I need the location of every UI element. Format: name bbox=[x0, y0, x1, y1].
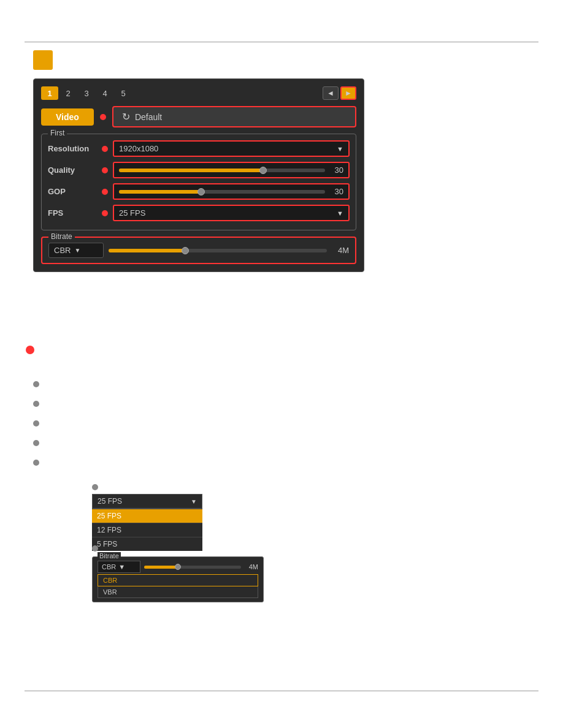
bitrate-illustration-slider[interactable] bbox=[144, 566, 241, 569]
gop-label: GOP bbox=[48, 187, 97, 196]
quality-indicator-dot bbox=[102, 167, 108, 173]
bullet-dot-3 bbox=[33, 420, 39, 427]
fps-dropdown-arrow: ▼ bbox=[337, 210, 343, 217]
settings-panel: 1 2 3 4 5 ◄ ► Video ↻ Default bbox=[33, 78, 364, 272]
quality-slider-thumb[interactable] bbox=[259, 167, 267, 174]
bullet-list bbox=[33, 379, 340, 477]
fps-dropdown-illustration: 25 FPS ▼ 25 FPS 12 FPS 5 FPS bbox=[92, 494, 202, 551]
fps-option-12[interactable]: 12 FPS bbox=[92, 523, 202, 537]
tab-1[interactable]: 1 bbox=[41, 86, 58, 100]
bitrate-illustration-thumb[interactable] bbox=[175, 564, 181, 570]
video-indicator-dot bbox=[100, 114, 106, 120]
bitrate-mode-arrow: ▼ bbox=[118, 563, 125, 571]
bullet-item-4 bbox=[33, 438, 340, 446]
fps-row: FPS 25 FPS ▼ bbox=[48, 205, 350, 221]
bitrate-dropdown-illustration: Bitrate CBR ▼ 4M CBR VBR bbox=[92, 556, 264, 602]
bullet-item-1 bbox=[33, 379, 340, 387]
resolution-indicator-dot bbox=[102, 146, 108, 152]
resolution-select[interactable]: 1920x1080 ▼ bbox=[113, 140, 350, 157]
bitrate-slider-fill bbox=[109, 249, 185, 252]
bullet-dot-6 bbox=[92, 484, 98, 490]
fps-indicator-dot bbox=[102, 210, 108, 216]
bitrate-illustration-fill bbox=[144, 566, 178, 569]
fps-dropdown-header[interactable]: 25 FPS ▼ bbox=[92, 494, 202, 509]
gop-slider-thumb[interactable] bbox=[197, 188, 205, 195]
quality-value: 30 bbox=[330, 165, 343, 175]
tab-3[interactable]: 3 bbox=[78, 86, 95, 100]
bottom-divider bbox=[25, 691, 538, 691]
mode-row: Video ↻ Default bbox=[41, 106, 356, 127]
gop-slider-fill bbox=[119, 190, 201, 194]
resolution-row: Resolution 1920x1080 ▼ bbox=[48, 140, 350, 157]
quality-slider-container[interactable]: 30 bbox=[113, 162, 350, 178]
bullet-item-2 bbox=[33, 398, 340, 407]
bitrate-vbr-option[interactable]: VBR bbox=[98, 586, 258, 598]
gop-slider-track bbox=[119, 190, 325, 194]
bullet-item-3 bbox=[33, 418, 340, 427]
bitrate-section-dot bbox=[26, 346, 34, 354]
gop-indicator-dot bbox=[102, 189, 108, 195]
fps-option-5[interactable]: 5 FPS bbox=[92, 537, 202, 551]
bitrate-slider-track[interactable] bbox=[109, 249, 327, 252]
bullet-item-5 bbox=[33, 457, 340, 466]
bitrate-mode-select[interactable]: CBR ▼ bbox=[48, 243, 104, 258]
first-group: First Resolution 1920x1080 ▼ Quality 30 bbox=[41, 134, 356, 230]
bitrate-value: 4M bbox=[332, 246, 349, 255]
tab-5[interactable]: 5 bbox=[115, 86, 132, 100]
bitrate-group: Bitrate CBR ▼ 4M bbox=[41, 237, 356, 264]
gop-value: 30 bbox=[330, 187, 343, 196]
bitrate-dropdown-arrow: ▼ bbox=[74, 247, 80, 254]
tab-2[interactable]: 2 bbox=[59, 86, 77, 100]
bullet-dot-1 bbox=[33, 381, 39, 387]
bullet-dot-7 bbox=[92, 545, 98, 552]
bitrate-illustration-group: Bitrate CBR ▼ 4M CBR VBR bbox=[92, 556, 264, 602]
nav-prev-button[interactable]: ◄ bbox=[323, 86, 339, 100]
fps-option-25[interactable]: 25 FPS bbox=[92, 509, 202, 523]
quality-label: Quality bbox=[48, 165, 97, 175]
bullet-dot-4 bbox=[33, 440, 39, 446]
bitrate-row: CBR ▼ 4M bbox=[48, 243, 349, 258]
fps-select[interactable]: 25 FPS ▼ bbox=[113, 205, 350, 221]
bitrate-illustration-value: 4M bbox=[245, 563, 258, 571]
fps-label: FPS bbox=[48, 208, 97, 218]
first-group-label: First bbox=[48, 129, 67, 137]
fps-arrow-icon: ▼ bbox=[191, 498, 197, 505]
bitrate-slider-thumb[interactable] bbox=[182, 247, 189, 254]
quality-row: Quality 30 bbox=[48, 162, 350, 178]
bitrate-cbr-option[interactable]: CBR bbox=[98, 574, 258, 586]
bitrate-dropdown-items: CBR VBR bbox=[98, 574, 258, 598]
resolution-dropdown-arrow: ▼ bbox=[337, 145, 343, 153]
tab-bar: 1 2 3 4 5 ◄ ► bbox=[41, 86, 356, 100]
bullet-dot-5 bbox=[33, 460, 39, 466]
bitrate-mode-text: CBR bbox=[102, 563, 116, 571]
video-button[interactable]: Video bbox=[41, 108, 94, 126]
default-button[interactable]: ↻ Default bbox=[112, 106, 356, 127]
bullet-dot-2 bbox=[33, 401, 39, 407]
gop-row: GOP 30 bbox=[48, 183, 350, 200]
bitrate-illustration-label: Bitrate bbox=[98, 552, 121, 559]
top-divider bbox=[25, 42, 538, 42]
bitrate-illustration-row: CBR ▼ 4M bbox=[98, 561, 258, 573]
bitrate-group-label: Bitrate bbox=[48, 232, 75, 241]
refresh-icon: ↻ bbox=[122, 111, 130, 123]
tab-4[interactable]: 4 bbox=[96, 86, 113, 100]
resolution-label: Resolution bbox=[48, 144, 97, 153]
gop-slider-container[interactable]: 30 bbox=[113, 183, 350, 200]
bitrate-illustration-select[interactable]: CBR ▼ bbox=[98, 561, 140, 573]
quality-slider-fill bbox=[119, 169, 263, 172]
quality-slider-track bbox=[119, 169, 325, 172]
section-icon bbox=[33, 50, 53, 70]
nav-next-button[interactable]: ► bbox=[340, 86, 356, 100]
fps-current-value: 25 FPS bbox=[98, 497, 122, 506]
